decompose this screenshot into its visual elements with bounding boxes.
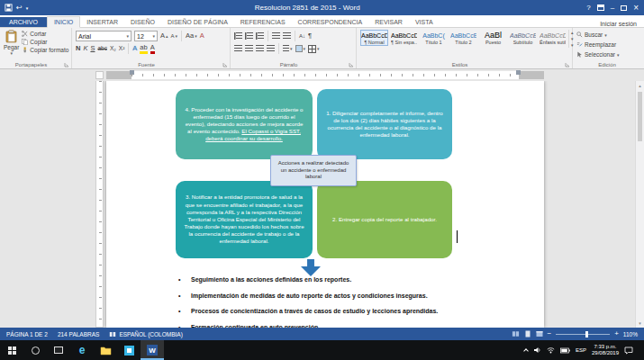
find-button[interactable]: Buscar ▾ xyxy=(576,30,638,40)
underline-button[interactable]: S xyxy=(90,45,95,52)
tab-inicio[interactable]: INICIO xyxy=(47,16,80,28)
line-spacing-button[interactable]: ▾ xyxy=(283,45,293,52)
diagram-center-box[interactable]: Acciones a realizar detectado un acciden… xyxy=(270,155,357,186)
dialog-launcher-icon[interactable] xyxy=(222,62,228,68)
taskbar-word[interactable]: W xyxy=(141,340,164,360)
style-puesto[interactable]: AaBlPuesto xyxy=(479,30,507,46)
tab-referencias[interactable]: REFERENCIAS xyxy=(234,17,292,27)
diagram-box-3[interactable]: 3. Notificar a la entidad promotora de s… xyxy=(176,181,313,258)
ribbon-display-options-icon[interactable] xyxy=(597,4,604,11)
horizontal-ruler[interactable] xyxy=(106,71,544,79)
down-arrow-shape[interactable] xyxy=(301,259,321,276)
numbering-button[interactable] xyxy=(245,32,253,40)
dialog-launcher-icon[interactable] xyxy=(349,62,354,68)
restore-button[interactable] xyxy=(621,5,627,11)
zoom-in-button[interactable]: + xyxy=(614,330,619,338)
close-button[interactable]: × xyxy=(633,4,639,13)
format-painter-button[interactable]: Copiar formato xyxy=(22,47,68,53)
dialog-launcher-icon[interactable] xyxy=(64,62,69,68)
style-titulo-1[interactable]: AaBbC(Título 1 xyxy=(420,30,448,46)
indent-marker-right[interactable] xyxy=(516,70,521,75)
tab-diseno[interactable]: DISEÑO xyxy=(124,17,161,27)
document-page[interactable]: 4. Proceder con la investigación del acc… xyxy=(106,81,544,328)
grow-font-button[interactable]: A▴ xyxy=(160,32,168,40)
taskbar-edge[interactable]: e xyxy=(70,340,94,360)
scrollbar-thumb[interactable] xyxy=(638,92,642,141)
font-color-button[interactable]: A xyxy=(150,44,155,54)
increase-indent-button[interactable] xyxy=(283,32,291,40)
justify-button[interactable] xyxy=(267,45,275,52)
undo-icon[interactable]: ↩ xyxy=(16,4,23,12)
style-enfasis-sutil[interactable]: AaBbCcDiÉnfasis sutil xyxy=(539,30,567,46)
zoom-level[interactable]: 110% xyxy=(623,331,638,338)
list-item[interactable]: •Formación continuada en auto prevención… xyxy=(178,324,530,328)
align-left-button[interactable] xyxy=(234,45,242,52)
tab-diseno-de-pagina[interactable]: DISEÑO DE PÁGINA xyxy=(161,17,234,27)
paste-button[interactable]: Pegar ▾ xyxy=(4,30,19,58)
align-center-button[interactable] xyxy=(245,45,253,52)
diagram-box-4[interactable]: 4. Proceder con la investigación del acc… xyxy=(176,89,313,159)
highlight-color-button[interactable]: ab xyxy=(140,44,147,54)
task-view-button[interactable] xyxy=(47,340,70,360)
page-indicator[interactable]: PÁGINA 1 DE 2 xyxy=(6,331,48,338)
notification-center-icon[interactable] xyxy=(624,346,633,355)
borders-button[interactable]: ▾ xyxy=(308,45,320,53)
indent-marker-left[interactable] xyxy=(130,70,134,75)
replace-button[interactable]: Reemplazar xyxy=(576,40,638,50)
tab-revisar[interactable]: REVISAR xyxy=(368,17,409,27)
diagram-box-1[interactable]: 1. Diligenciar completamente el informe,… xyxy=(317,89,452,159)
zoom-out-button[interactable]: − xyxy=(548,330,552,338)
style-normal[interactable]: AaBbCcDc¶ Normal xyxy=(360,30,388,46)
list-item[interactable]: •Seguimiento a las acciones definidas en… xyxy=(178,276,530,284)
list-item[interactable]: •Procesos de concientización a través de… xyxy=(178,308,530,315)
speaker-icon[interactable] xyxy=(533,346,541,354)
decrease-indent-button[interactable] xyxy=(272,32,280,40)
language-badge[interactable]: ESP xyxy=(576,347,586,353)
cut-button[interactable]: Cortar xyxy=(22,31,68,37)
search-button[interactable] xyxy=(23,340,47,360)
taskbar-store[interactable] xyxy=(117,340,141,360)
zoom-slider-thumb[interactable] xyxy=(585,331,588,338)
text-effects-button[interactable]: A xyxy=(132,45,137,52)
superscript-button[interactable]: X² xyxy=(119,45,125,52)
tab-selector[interactable] xyxy=(95,71,104,79)
web-layout-icon[interactable] xyxy=(536,330,543,338)
style-sin-espaciado[interactable]: AaBbCcDc¶ Sin espa... xyxy=(390,30,418,46)
clock[interactable]: 7:33 p.m. 29/08/2019 xyxy=(592,344,619,356)
word-count[interactable]: 214 PALABRAS xyxy=(58,331,100,338)
font-name-combo[interactable]: Arial▾ xyxy=(76,31,132,41)
tab-archivo[interactable]: ARCHIVO xyxy=(0,17,47,27)
read-mode-icon[interactable] xyxy=(512,330,520,338)
scroll-down-icon[interactable]: ▾ xyxy=(636,319,644,328)
taskbar-file-explorer[interactable] xyxy=(94,340,117,360)
minimize-button[interactable]: – xyxy=(611,4,614,12)
shading-button[interactable]: ▾ xyxy=(295,45,306,52)
language-indicator[interactable]: ESPAÑOL (COLOMBIA) xyxy=(109,331,182,338)
strikethrough-button[interactable]: abc xyxy=(97,45,106,52)
style-titulo-2[interactable]: AaBbCcETítulo 2 xyxy=(449,30,477,46)
clear-formatting-button[interactable]: A xyxy=(200,32,204,40)
tab-vista[interactable]: VISTA xyxy=(409,17,440,27)
style-subtitulo[interactable]: AaBbCcESubtítulo xyxy=(509,30,537,46)
font-size-combo[interactable]: 12▾ xyxy=(134,31,158,41)
copy-button[interactable]: Copiar xyxy=(22,39,68,45)
help-icon[interactable]: ? xyxy=(586,4,590,12)
vertical-scrollbar[interactable]: ▴ ▾ xyxy=(635,81,644,328)
subscript-button[interactable]: X₂ xyxy=(110,45,116,52)
print-layout-icon[interactable] xyxy=(524,330,531,338)
diagram-box-2[interactable]: 2. Entregar copia del reporte al trabaja… xyxy=(317,181,452,258)
multilevel-list-button[interactable] xyxy=(256,32,264,40)
sign-in-link[interactable]: Iniciar sesión xyxy=(600,21,644,27)
bullets-button[interactable] xyxy=(234,32,242,40)
scroll-up-icon[interactable]: ▴ xyxy=(636,81,644,90)
start-button[interactable] xyxy=(0,340,23,360)
dialog-launcher-icon[interactable] xyxy=(565,62,570,68)
vertical-ruler[interactable] xyxy=(95,81,104,328)
tray-expand-icon[interactable] xyxy=(523,348,529,354)
paste-dropdown-icon[interactable]: ▾ xyxy=(10,50,13,56)
battery-icon[interactable] xyxy=(560,347,570,354)
bold-button[interactable]: N xyxy=(76,45,80,52)
network-icon[interactable] xyxy=(547,346,555,354)
list-item[interactable]: •Implementación de medidas de auto repor… xyxy=(178,292,530,300)
change-case-button[interactable]: Aa▾ xyxy=(186,32,197,40)
